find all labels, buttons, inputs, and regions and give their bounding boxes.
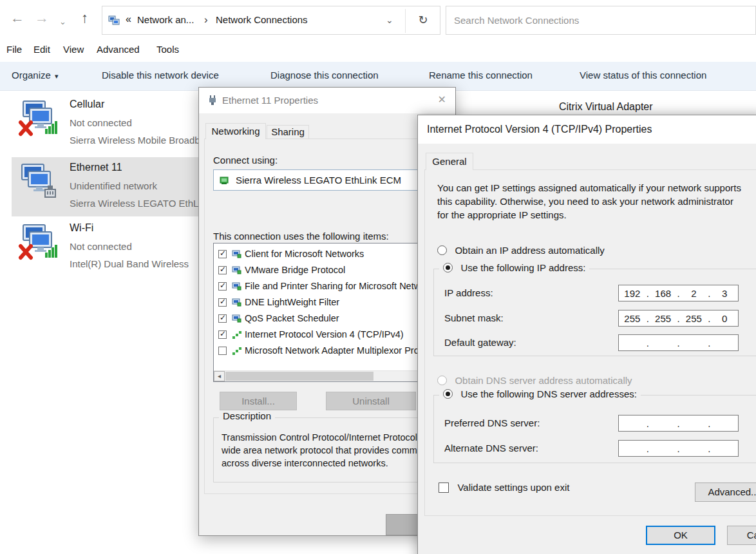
connection-items-list[interactable]: ✓ Client for Microsoft Networks ✓ VMware… <box>213 243 426 382</box>
octet[interactable]: 255 <box>619 313 646 324</box>
menu-advanced[interactable]: Advanced <box>97 44 140 55</box>
dialog-title: Internet Protocol Version 4 (TCP/IPv4) P… <box>427 124 652 135</box>
recent-locations-icon[interactable]: ⌄ <box>59 13 66 31</box>
horizontal-scrollbar[interactable]: ◂ <box>214 370 425 381</box>
connection-name: Ethernet 11 <box>70 162 122 173</box>
organize-caret-icon: ▾ <box>55 72 59 80</box>
check-icon: ✓ <box>220 313 226 322</box>
radio-label: Use the following DNS server addresses: <box>460 388 636 399</box>
intro-line: for the appropriate IP settings. <box>437 208 741 222</box>
octet[interactable]: 3 <box>711 288 738 299</box>
command-disable-device[interactable]: Disable this network device <box>102 70 219 81</box>
alternate-dns-input[interactable]: ... <box>618 440 739 457</box>
list-item-dne-filter[interactable]: ✓ DNE LightWeight Filter <box>214 295 425 311</box>
list-item-ipv4[interactable]: ✓ Internet Protocol Version 4 (TCP/IPv4) <box>214 327 425 343</box>
breadcrumb-current[interactable]: Network Connections <box>216 14 308 25</box>
validate-settings-checkbox[interactable]: Validate settings upon exit <box>439 481 569 493</box>
radio-icon[interactable] <box>443 263 453 272</box>
refresh-button[interactable]: ↻ <box>406 6 440 34</box>
octet-separator: . <box>646 443 650 454</box>
network-service-icon <box>232 265 241 275</box>
intro-line: this capability. Otherwise, you need to … <box>437 195 741 208</box>
breadcrumb-overflow-icon[interactable]: « <box>126 14 131 25</box>
menu-tools[interactable]: Tools <box>156 44 179 55</box>
check-icon: ✓ <box>220 249 226 258</box>
cancel-button[interactable]: Cancel <box>727 526 756 545</box>
list-item-vmware-bridge[interactable]: ✓ VMware Bridge Protocol <box>214 263 425 279</box>
octet-separator: . <box>707 418 711 429</box>
list-item-file-printer-sharing[interactable]: ✓ File and Printer Sharing for Microsoft… <box>214 279 425 295</box>
connection-name: Cellular <box>70 99 104 110</box>
ip-address-label: IP address: <box>444 287 493 298</box>
scroll-left-icon[interactable]: ◂ <box>214 371 225 381</box>
address-dropdown-icon[interactable]: ⌄ <box>386 15 393 25</box>
search-box[interactable] <box>446 6 756 35</box>
octet[interactable]: 168 <box>650 288 677 299</box>
connection-device: Intel(R) Dual Band Wireless <box>70 258 189 269</box>
ip-address-group: Use the following IP address: IP address… <box>433 269 756 356</box>
menu-file[interactable]: File <box>6 44 22 55</box>
default-gateway-input[interactable]: ... <box>618 334 739 351</box>
octet[interactable]: 255 <box>650 313 677 324</box>
install-button[interactable]: Install... <box>220 392 297 410</box>
octet[interactable]: 2 <box>681 288 708 299</box>
radio-obtain-ip-auto[interactable]: Obtain an IP address automatically <box>437 244 605 257</box>
item-checkbox[interactable]: ✓ <box>218 330 227 339</box>
item-checkbox[interactable]: ✓ <box>218 282 227 291</box>
radio-use-dns[interactable]: Use the following DNS server addresses: <box>439 388 641 401</box>
dialog-titlebar[interactable]: Internet Protocol Version 4 (TCP/IPv4) P… <box>418 115 756 144</box>
scrollbar-thumb[interactable] <box>225 372 373 381</box>
items-list-label: This connection uses the following items… <box>213 231 389 242</box>
command-rename[interactable]: Rename this connection <box>429 70 533 81</box>
octet-separator: . <box>677 418 681 429</box>
breadcrumb-parent[interactable]: Network an... <box>137 14 194 25</box>
tab-sharing[interactable]: Sharing <box>267 125 309 138</box>
checkbox-icon[interactable] <box>439 482 449 493</box>
command-diagnose[interactable]: Diagnose this connection <box>270 70 379 81</box>
up-button[interactable]: ↑ <box>81 9 88 27</box>
list-item-qos-scheduler[interactable]: ✓ QoS Packet Scheduler <box>214 311 425 327</box>
list-item-multiplexor[interactable]: ✓ Microsoft Network Adapter Multiplexor … <box>214 343 425 359</box>
intro-line: You can get IP settings assigned automat… <box>437 181 741 195</box>
item-label: DNE LightWeight Filter <box>245 297 339 307</box>
close-icon[interactable]: ✕ <box>438 93 446 106</box>
radio-icon[interactable] <box>437 245 447 255</box>
subnet-mask-input[interactable]: 255.255.255.0 <box>618 310 739 327</box>
adapter-plug-icon <box>207 95 218 106</box>
protocol-icon <box>232 330 241 339</box>
item-checkbox[interactable]: ✓ <box>218 266 227 274</box>
connection-name-citrix[interactable]: Citrix Virtual Adapter <box>559 101 653 113</box>
octet[interactable]: 192 <box>619 288 646 299</box>
command-view-status[interactable]: View status of this connection <box>580 70 706 81</box>
item-checkbox[interactable]: ✓ <box>218 314 227 323</box>
item-checkbox[interactable]: ✓ <box>218 250 227 258</box>
preferred-dns-input[interactable]: ... <box>618 415 739 432</box>
connection-device: Sierra Wireless Mobile Broadband <box>70 135 216 146</box>
search-input[interactable] <box>454 12 737 28</box>
ip-address-input[interactable]: 192.168.2.3 <box>618 285 739 301</box>
forward-button[interactable]: → <box>35 9 49 27</box>
list-item-client[interactable]: ✓ Client for Microsoft Networks <box>214 247 425 263</box>
uninstall-button[interactable]: Uninstall <box>326 392 416 410</box>
menu-bar: File Edit View Advanced Tools <box>0 39 756 62</box>
explorer-toolbar: ← → ⌄ ↑ « Network an... › Network Connec… <box>0 0 756 37</box>
menu-view[interactable]: View <box>63 44 84 55</box>
item-checkbox[interactable]: ✓ <box>218 298 227 307</box>
adapter-name: Sierra Wireless LEGATO EthLink ECM <box>236 175 401 186</box>
dialog-titlebar[interactable]: Ethernet 11 Properties ✕ <box>199 88 455 113</box>
octet[interactable]: 255 <box>681 313 708 324</box>
radio-use-ip[interactable]: Use the following IP address: <box>439 262 589 274</box>
advanced-button[interactable]: Advanced... <box>695 482 756 502</box>
menu-edit[interactable]: Edit <box>33 44 50 55</box>
tab-general[interactable]: General <box>426 153 473 170</box>
ok-button[interactable]: OK <box>646 526 715 545</box>
alternate-dns-row: Alternate DNS server: ... <box>434 440 756 457</box>
item-checkbox[interactable]: ✓ <box>218 347 227 355</box>
address-bar[interactable]: « Network an... › Network Connections ⌄ … <box>102 6 440 35</box>
organize-button[interactable]: Organize▾ <box>12 70 58 81</box>
preferred-dns-label: Preferred DNS server: <box>444 417 540 428</box>
octet[interactable]: 0 <box>711 313 738 324</box>
tab-networking[interactable]: Networking <box>205 123 266 139</box>
back-button[interactable]: ← <box>10 9 24 27</box>
radio-icon[interactable] <box>443 389 453 399</box>
